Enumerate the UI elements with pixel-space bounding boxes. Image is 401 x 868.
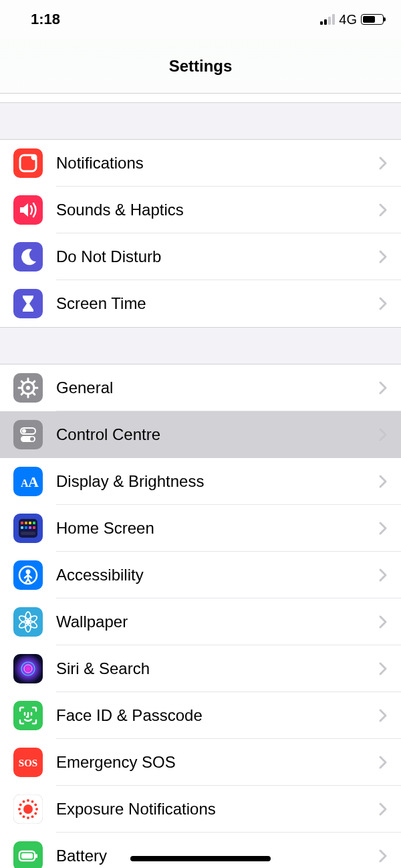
faceid-icon (13, 701, 43, 730)
svg-point-56 (23, 804, 33, 814)
row-label: Exposure Notifications (56, 800, 378, 819)
svg-text:SOS: SOS (19, 758, 37, 768)
chevron-right-icon (378, 427, 388, 442)
svg-point-61 (23, 815, 25, 818)
moon-icon (13, 242, 43, 272)
page-title: Settings (169, 57, 233, 76)
settings-row-dnd[interactable]: Do Not Disturb (0, 233, 401, 280)
previous-row-peek (0, 94, 401, 103)
svg-point-21 (30, 437, 34, 441)
svg-point-58 (34, 812, 37, 815)
settings-row-wallpaper[interactable]: Wallpaper (0, 599, 401, 645)
chevron-right-icon (378, 615, 388, 629)
row-label: Home Screen (56, 519, 378, 538)
row-label: Siri & Search (56, 659, 378, 678)
signal-icon (320, 14, 335, 25)
svg-rect-71 (21, 853, 33, 859)
battery-icon (13, 841, 43, 868)
svg-rect-29 (29, 522, 31, 524)
row-label: Face ID & Passcode (56, 706, 378, 725)
settings-row-home-screen[interactable]: Home Screen (0, 505, 401, 552)
svg-point-60 (27, 817, 29, 819)
network-label: 4G (339, 12, 357, 27)
svg-point-65 (23, 800, 25, 803)
sos-icon: SOS (13, 748, 43, 777)
row-label: General (56, 378, 378, 397)
chevron-right-icon (378, 755, 388, 770)
settings-row-screentime[interactable]: Screen Time (0, 280, 401, 327)
settings-row-battery[interactable]: Battery (0, 833, 401, 868)
chevron-right-icon (378, 568, 388, 582)
settings-row-exposure[interactable]: Exposure Notifications (0, 786, 401, 833)
status-bar: 1:18 4G (0, 0, 401, 39)
svg-point-62 (19, 812, 22, 815)
svg-point-57 (35, 808, 38, 810)
row-label: Control Centre (56, 425, 378, 444)
svg-point-64 (19, 804, 22, 806)
notifications-icon (13, 148, 43, 178)
person-circle-icon (13, 560, 43, 590)
gear-icon (13, 373, 43, 403)
chevron-right-icon (378, 661, 388, 676)
svg-point-66 (27, 799, 29, 802)
status-right: 4G (320, 12, 384, 27)
exposure-icon (13, 794, 43, 824)
status-time: 1:18 (31, 11, 60, 28)
row-label: Accessibility (56, 566, 378, 584)
svg-point-19 (22, 429, 26, 433)
chevron-right-icon (378, 474, 388, 489)
svg-point-16 (26, 386, 30, 390)
row-label: Notifications (56, 154, 378, 173)
svg-point-67 (31, 800, 34, 803)
settings-row-sounds[interactable]: Sounds & Haptics (0, 187, 401, 233)
chevron-right-icon (378, 381, 388, 395)
svg-point-59 (31, 815, 34, 818)
row-label: Do Not Disturb (56, 247, 378, 266)
svg-text:A: A (28, 473, 39, 490)
chevron-right-icon (378, 203, 388, 217)
settings-row-notifications[interactable]: Notifications (0, 140, 401, 187)
text-size-icon: AA (13, 467, 43, 496)
settings-row-display[interactable]: AADisplay & Brightness (0, 458, 401, 505)
row-label: Sounds & Haptics (56, 201, 378, 219)
settings-row-sos[interactable]: SOSEmergency SOS (0, 739, 401, 786)
svg-rect-33 (29, 526, 31, 529)
settings-row-control-centre[interactable]: Control Centre (0, 411, 401, 458)
home-indicator[interactable] (130, 856, 271, 861)
battery-icon (361, 14, 384, 25)
chevron-right-icon (378, 521, 388, 536)
svg-rect-34 (33, 526, 35, 529)
svg-rect-30 (33, 522, 35, 524)
siri-icon (13, 654, 43, 683)
flower-icon (13, 607, 43, 637)
settings-row-faceid[interactable]: Face ID & Passcode (0, 692, 401, 739)
svg-rect-35 (21, 532, 35, 535)
svg-point-2 (31, 154, 37, 160)
svg-point-63 (18, 808, 21, 810)
settings-row-accessibility[interactable]: Accessibility (0, 552, 401, 599)
svg-rect-31 (21, 526, 23, 529)
apps-grid-icon (13, 514, 43, 543)
row-label: Emergency SOS (56, 753, 378, 772)
chevron-right-icon (378, 296, 388, 311)
svg-rect-27 (21, 522, 23, 524)
row-label: Screen Time (56, 294, 378, 313)
chevron-right-icon (378, 849, 388, 863)
svg-rect-0 (13, 148, 43, 178)
svg-point-68 (34, 804, 37, 806)
row-label: Display & Brightness (56, 472, 378, 491)
speaker-icon (13, 195, 43, 225)
svg-rect-72 (35, 854, 37, 858)
svg-point-46 (26, 620, 30, 624)
svg-rect-28 (25, 522, 27, 524)
chevron-right-icon (378, 249, 388, 264)
chevron-right-icon (378, 708, 388, 723)
row-label: Wallpaper (56, 613, 378, 631)
toggles-icon (13, 420, 43, 449)
svg-rect-32 (25, 526, 27, 529)
chevron-right-icon (378, 156, 388, 171)
settings-row-siri[interactable]: Siri & Search (0, 645, 401, 692)
hourglass-icon (13, 289, 43, 318)
settings-row-general[interactable]: General (0, 364, 401, 411)
chevron-right-icon (378, 802, 388, 817)
